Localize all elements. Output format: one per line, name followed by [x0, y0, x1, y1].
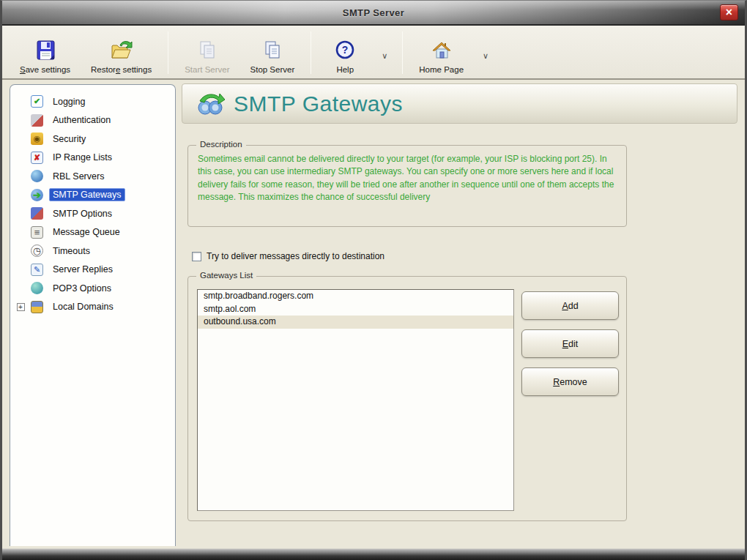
logging-icon: ✔: [31, 95, 43, 108]
ip-range-lists-icon: ✘: [31, 152, 43, 164]
sidebar-item-label: Timeouts: [49, 244, 94, 258]
window-bottom-frame: [2, 546, 745, 560]
save-settings-label: Save settings: [20, 65, 70, 74]
gateway-list-item[interactable]: outbound.usa.com: [198, 316, 513, 329]
sidebar-item-label: Message Queue: [49, 225, 124, 239]
deliver-directly-label: Try to deliver messages directly to dest…: [207, 251, 384, 261]
svg-text:?: ?: [342, 44, 349, 56]
add-button[interactable]: Add: [521, 291, 619, 320]
gateway-list-item[interactable]: smtp.aol.com: [198, 303, 513, 316]
restore-settings-label: Restore settings: [91, 65, 152, 74]
restore-settings-button[interactable]: Restore settings: [81, 29, 162, 76]
deliver-directly-checkbox[interactable]: [192, 252, 201, 261]
restore-folder-icon: [110, 40, 133, 61]
toolbar: Save settings Restore settings: [2, 26, 745, 80]
sidebar-item-timeouts[interactable]: ◷ Timeouts: [10, 242, 175, 261]
sidebar-item-label: Logging: [49, 95, 89, 108]
sidebar-item-message-queue[interactable]: ≡ Message Queue: [10, 223, 175, 242]
start-server-label: Start Server: [185, 65, 229, 74]
expand-plus-icon[interactable]: +: [17, 303, 25, 311]
toolbar-separator: [311, 31, 311, 74]
page-title: SMTP Gateways: [234, 92, 403, 116]
sidebar-item-label: POP3 Options: [49, 282, 115, 295]
start-server-icon: [196, 40, 219, 61]
sidebar-item-smtp-options[interactable]: SMTP Options: [10, 204, 175, 223]
start-server-button[interactable]: Start Server: [174, 29, 239, 76]
sidebar-item-authentication[interactable]: Authentication: [10, 111, 175, 130]
sidebar-item-pop3-options[interactable]: POP3 Options: [10, 279, 175, 298]
smtp-options-icon: [31, 207, 43, 220]
home-page-label: Home Page: [419, 65, 464, 74]
save-settings-button[interactable]: Save settings: [10, 29, 81, 76]
sidebar-nav: ✔ Logging Authentication ◉ Security ✘ IP…: [10, 84, 176, 546]
gateways-list-groupbox: Gateways List smtp.broadband.rogers.com …: [187, 276, 627, 521]
sidebar-item-label: Security: [49, 132, 89, 146]
gateway-actions: Add Edit Remove: [521, 289, 619, 511]
remove-button[interactable]: Remove: [521, 367, 619, 396]
sidebar-item-label: Server Replies: [49, 263, 116, 276]
description-groupbox: Description Sometimes email cannot be de…: [187, 145, 627, 227]
server-replies-icon: ✎: [31, 264, 43, 276]
help-dropdown-chevron-icon[interactable]: ∨: [373, 51, 396, 61]
pop3-options-icon: [31, 282, 43, 294]
sidebar-item-rbl-servers[interactable]: RBL Servers: [10, 167, 175, 186]
sidebar-item-label: Authentication: [49, 113, 114, 127]
sidebar-item-server-replies[interactable]: ✎ Server Replies: [10, 261, 175, 280]
sidebar-item-label: IP Range Lists: [49, 151, 116, 164]
rbl-servers-icon: [31, 170, 43, 182]
sidebar-item-label: Local Domains: [49, 300, 117, 313]
stop-server-icon: [261, 40, 284, 61]
home-dropdown-chevron-icon[interactable]: ∨: [474, 51, 497, 61]
home-icon: [430, 40, 453, 61]
smtp-gateways-header-icon: [196, 92, 225, 116]
sidebar-item-logging[interactable]: ✔ Logging: [10, 92, 175, 111]
help-label: Help: [336, 65, 354, 74]
toolbar-separator: [168, 31, 168, 74]
edit-button[interactable]: Edit: [521, 329, 619, 358]
sidebar-item-smtp-gateways[interactable]: ➔ SMTP Gateways: [10, 186, 175, 205]
description-text: Sometimes email cannot be delivered dire…: [188, 146, 626, 204]
main-panel: SMTP Gateways Description Sometimes emai…: [176, 80, 745, 546]
gateway-list-item[interactable]: smtp.broadband.rogers.com: [198, 290, 513, 303]
app-window: SMTP Server × Save settings: [0, 0, 747, 560]
sidebar-item-security[interactable]: ◉ Security: [10, 130, 175, 149]
authentication-icon: [31, 114, 43, 127]
deliver-directly-checkbox-row: Try to deliver messages directly to dest…: [192, 250, 737, 262]
sidebar-item-ip-range-lists[interactable]: ✘ IP Range Lists: [10, 149, 175, 168]
save-icon: [34, 40, 57, 61]
toolbar-separator: [402, 31, 403, 74]
sidebar-item-label: RBL Servers: [49, 170, 108, 183]
stop-server-button[interactable]: Stop Server: [240, 29, 305, 76]
titlebar: SMTP Server ×: [2, 1, 745, 26]
help-icon: ?: [333, 40, 357, 61]
message-queue-icon: ≡: [31, 226, 43, 239]
stop-server-label: Stop Server: [250, 65, 295, 74]
sidebar-item-label: SMTP Gateways: [49, 188, 125, 201]
description-legend: Description: [196, 140, 246, 149]
gateways-list-legend: Gateways List: [196, 271, 256, 280]
gateways-listbox[interactable]: smtp.broadband.rogers.com smtp.aol.com o…: [197, 289, 514, 511]
close-button[interactable]: ×: [720, 4, 738, 20]
help-button[interactable]: ? Help: [317, 29, 373, 76]
window-title: SMTP Server: [343, 7, 404, 18]
smtp-gateways-icon: ➔: [31, 189, 43, 201]
timeouts-icon: ◷: [31, 244, 43, 257]
sidebar-item-label: SMTP Options: [49, 207, 116, 220]
page-header: SMTP Gateways: [182, 83, 737, 124]
sidebar-item-local-domains[interactable]: + Local Domains: [10, 298, 175, 317]
local-domains-icon: [31, 301, 43, 313]
home-page-button[interactable]: Home Page: [409, 29, 474, 76]
security-icon: ◉: [31, 132, 43, 145]
